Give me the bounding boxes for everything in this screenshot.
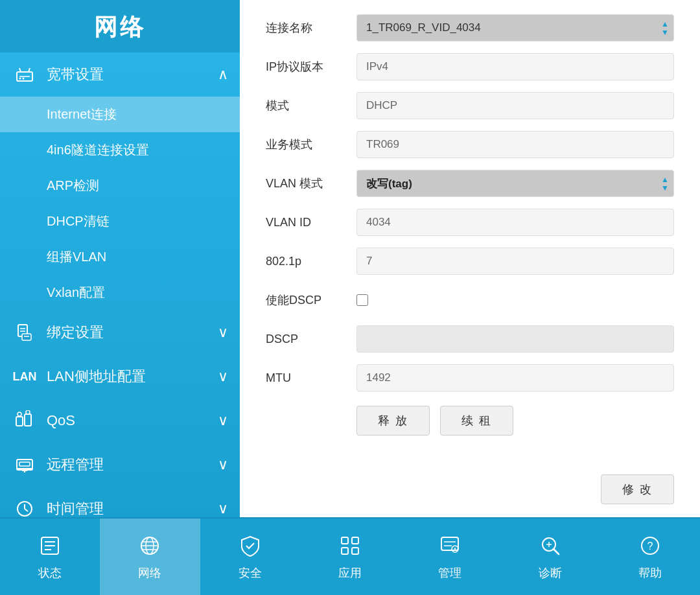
app-container: 网络 宽带设置 ∧: [0, 0, 700, 595]
sidebar-item-internet[interactable]: Internet连接: [0, 97, 240, 132]
modify-button[interactable]: 修 改: [601, 474, 674, 504]
nav-item-security[interactable]: 安全: [200, 519, 300, 595]
input-mode: [356, 92, 674, 119]
search-icon: [538, 533, 563, 561]
svg-line-22: [25, 509, 28, 511]
time-chevron: ∨: [218, 500, 228, 517]
svg-point-3: [23, 78, 25, 80]
release-button[interactable]: 释 放: [356, 406, 430, 436]
main-content: 连接名称 ▲ ▼ IP协议版本: [240, 0, 700, 517]
sidebar-section-header-lan[interactable]: LAN LAN侧地址配置 ∨: [0, 355, 240, 399]
input-vlan-mode[interactable]: [356, 170, 674, 197]
sidebar-item-dhcp[interactable]: DHCP清链: [0, 204, 240, 239]
nav-label-network: 网络: [138, 565, 161, 581]
nav-label-manage: 管理: [438, 565, 461, 581]
svg-text:?: ?: [647, 541, 653, 552]
binding-icon: [12, 320, 38, 345]
sidebar: 网络 宽带设置 ∧: [0, 0, 240, 517]
renew-button[interactable]: 续 租: [440, 406, 513, 436]
form-row-vlan-mode: VLAN 模式 ▲ ▼: [266, 169, 674, 198]
connection-name-arrows: ▲ ▼: [661, 20, 669, 36]
sidebar-item-arp[interactable]: ARP检测: [0, 168, 240, 204]
lan-icon: LAN: [12, 364, 38, 390]
field-vlan-mode: ▲ ▼: [356, 170, 674, 197]
label-ip-version: IP协议版本: [266, 59, 356, 75]
label-service-mode: 业务模式: [266, 137, 356, 152]
sidebar-section-header-time[interactable]: 时间管理 ∨: [0, 487, 240, 517]
content-area: 网络 宽带设置 ∧: [0, 0, 700, 517]
sidebar-section-broadband: 宽带设置 ∧ Internet连接 4in6隧道连接设置 ARP检测 DHCP清…: [0, 52, 240, 310]
list-icon: [38, 533, 62, 561]
field-dscp: [356, 325, 674, 353]
sidebar-item-vxlan[interactable]: Vxlan配置: [0, 275, 240, 310]
form-buttons: 释 放 续 租: [356, 406, 674, 436]
label-dscp-enable: 使能DSCP: [266, 292, 356, 308]
input-service-mode: [356, 131, 674, 158]
form-row-mtu: MTU: [266, 363, 674, 393]
lan-chevron: ∨: [218, 368, 228, 385]
modify-btn-wrap: 修 改: [240, 468, 700, 517]
input-mtu: [356, 364, 674, 391]
form-row-ip-version: IP协议版本: [266, 52, 674, 82]
field-service-mode: [356, 131, 674, 158]
label-dscp: DSCP: [266, 332, 356, 346]
field-mode: [356, 92, 674, 119]
form-row-vlan-id: VLAN ID: [266, 207, 674, 237]
input-ip-version: [356, 53, 674, 80]
sidebar-section-header-binding[interactable]: 绑定设置 ∨: [0, 310, 240, 355]
nav-item-manage[interactable]: 管理: [400, 519, 500, 595]
sidebar-section-remote: 远程管理 ∨: [0, 443, 240, 487]
nav-item-diagnose[interactable]: 诊断: [500, 519, 600, 595]
remote-title: 远程管理: [47, 455, 218, 474]
sidebar-section-binding: 绑定设置 ∨: [0, 310, 240, 355]
form-area: 连接名称 ▲ ▼ IP协议版本: [240, 0, 700, 468]
field-mtu: [356, 364, 674, 391]
sidebar-section-lan: LAN LAN侧地址配置 ∨: [0, 355, 240, 399]
nav-item-help[interactable]: ? 帮助: [600, 519, 700, 595]
sidebar-section-time: 时间管理 ∨: [0, 487, 240, 517]
sidebar-item-4in6[interactable]: 4in6隧道连接设置: [0, 132, 240, 168]
field-dscp-enable: [356, 294, 674, 306]
form-row-8021p: 802.1p: [266, 246, 674, 276]
sidebar-header: 网络: [0, 0, 240, 52]
sidebar-section-header-broadband[interactable]: 宽带设置 ∧: [0, 52, 240, 97]
label-connection-name: 连接名称: [266, 20, 356, 36]
input-connection-name[interactable]: [356, 14, 674, 41]
input-8021p: [356, 248, 674, 275]
input-dscp: [356, 325, 674, 353]
svg-rect-41: [352, 537, 358, 544]
nav-label-security: 安全: [239, 565, 262, 581]
nav-item-apps[interactable]: 应用: [300, 519, 400, 595]
svg-rect-43: [352, 548, 358, 554]
svg-point-2: [19, 78, 21, 80]
broadband-chevron: ∧: [218, 66, 228, 83]
label-vlan-mode: VLAN 模式: [266, 176, 356, 191]
remote-chevron: ∨: [218, 456, 228, 473]
vlan-mode-arrows: ▲ ▼: [661, 176, 669, 192]
qos-chevron: ∨: [218, 412, 228, 429]
checkbox-dscp-enable[interactable]: [356, 294, 368, 306]
svg-rect-12: [25, 414, 31, 426]
manage-icon: [438, 533, 462, 561]
field-ip-version: [356, 53, 674, 80]
svg-rect-11: [16, 417, 23, 426]
nav-item-status[interactable]: 状态: [0, 519, 100, 595]
nav-item-network[interactable]: 网络: [100, 519, 200, 595]
bottom-nav: 状态 网络 安全: [0, 517, 700, 595]
nav-label-diagnose: 诊断: [539, 565, 562, 581]
label-mode: 模式: [266, 98, 356, 113]
sidebar-item-multicast-vlan[interactable]: 组播VLAN: [0, 239, 240, 275]
globe-icon: [137, 533, 162, 561]
help-icon: ?: [638, 533, 662, 561]
form-row-mode: 模式: [266, 91, 674, 121]
form-row-service-mode: 业务模式: [266, 130, 674, 159]
svg-rect-42: [342, 548, 348, 554]
form-row-dscp-enable: 使能DSCP: [266, 285, 674, 315]
qos-icon: [12, 408, 38, 434]
sidebar-section-header-remote[interactable]: 远程管理 ∨: [0, 443, 240, 487]
router-icon: [12, 62, 38, 88]
sidebar-section-header-qos[interactable]: QoS ∨: [0, 399, 240, 443]
lan-title: LAN侧地址配置: [47, 367, 218, 386]
nav-label-status: 状态: [38, 565, 62, 581]
sidebar-section-qos: QoS ∨: [0, 399, 240, 443]
